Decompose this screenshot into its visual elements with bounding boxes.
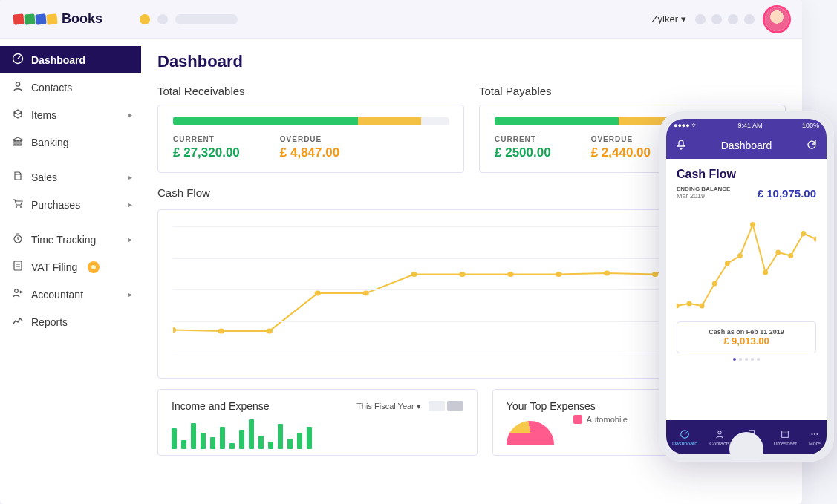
page-indicator bbox=[677, 358, 816, 361]
sidebar-item-accountant[interactable]: Accountant ▸ bbox=[0, 281, 141, 308]
top-expenses-title: Your Top Expenses bbox=[507, 400, 596, 412]
contacts-icon bbox=[12, 80, 24, 94]
sidebar-item-label: Dashboard bbox=[31, 54, 85, 66]
dashboard-icon bbox=[12, 53, 24, 67]
sidebar-item-dashboard[interactable]: Dashboard bbox=[0, 46, 141, 73]
svg-point-25 bbox=[750, 222, 755, 227]
svg-point-12 bbox=[411, 272, 417, 277]
sidebar-item-label: Banking bbox=[31, 137, 69, 148]
svg-point-35 bbox=[811, 433, 812, 434]
svg-point-36 bbox=[814, 433, 815, 434]
svg-point-14 bbox=[507, 272, 513, 277]
phone-tab-more[interactable]: More bbox=[809, 429, 821, 446]
ending-balance-date: Mar 2019 bbox=[677, 192, 730, 200]
current-label: CURRENT bbox=[495, 135, 551, 143]
current-label: CURRENT bbox=[173, 135, 240, 143]
sidebar-item-time-tracking[interactable]: Time Tracking ▸ bbox=[0, 226, 141, 253]
overdue-label: OVERDUE bbox=[591, 135, 651, 143]
sidebar-item-label: VAT Filing bbox=[31, 261, 77, 273]
legend-swatch bbox=[573, 415, 582, 424]
sidebar-item-label: Accountant bbox=[31, 289, 83, 301]
svg-point-1 bbox=[16, 82, 19, 86]
svg-point-22 bbox=[712, 281, 717, 287]
history-dot[interactable] bbox=[157, 14, 168, 24]
phone-battery: 100% bbox=[802, 122, 819, 129]
search-placeholder[interactable] bbox=[175, 14, 238, 24]
svg-point-7 bbox=[173, 327, 176, 333]
svg-point-32 bbox=[718, 431, 721, 433]
payables-title: Total Payables bbox=[479, 85, 786, 97]
sidebar-item-banking[interactable]: Banking bbox=[0, 128, 141, 156]
receivables-card[interactable]: CURRENT £ 27,320.00 OVERDUE £ 4,847.00 bbox=[157, 105, 464, 173]
svg-point-6 bbox=[15, 289, 19, 293]
app-logo: Books bbox=[13, 11, 140, 27]
chevron-right-icon: ▸ bbox=[128, 173, 132, 181]
phone-status-bar: ●●●● ᯤ 9:41 AM 100% bbox=[666, 119, 827, 132]
svg-point-23 bbox=[725, 261, 730, 266]
top-bar: Books Zylker ▾ bbox=[0, 0, 802, 39]
receivables-current: £ 27,320.00 bbox=[173, 145, 240, 160]
svg-rect-34 bbox=[781, 431, 788, 437]
sidebar-item-contacts[interactable]: Contacts bbox=[0, 73, 141, 101]
view-toggle[interactable] bbox=[429, 401, 463, 411]
sidebar-item-sales[interactable]: Sales ▸ bbox=[0, 163, 141, 191]
header-action[interactable] bbox=[744, 14, 755, 24]
bell-icon[interactable] bbox=[675, 139, 687, 153]
phone-cashflow-chart bbox=[677, 206, 816, 317]
svg-point-20 bbox=[687, 301, 692, 307]
chevron-right-icon: ▸ bbox=[128, 111, 132, 119]
income-expense-card[interactable]: Income and Expense This Fiscal Year ▾ bbox=[157, 389, 478, 456]
chevron-down-icon: ▾ bbox=[681, 13, 686, 24]
sidebar-item-items[interactable]: Items ▸ bbox=[0, 101, 141, 128]
sidebar-item-label: Reports bbox=[31, 316, 68, 328]
chevron-right-icon: ▸ bbox=[128, 290, 132, 298]
cashflow-chart bbox=[173, 226, 703, 353]
chip-amount: £ 9,013.00 bbox=[683, 336, 810, 347]
header-action[interactable] bbox=[711, 14, 722, 24]
chevron-right-icon: ▸ bbox=[128, 235, 132, 243]
phone-cash-chip: Cash as on Feb 11 2019 £ 9,013.00 bbox=[677, 321, 816, 353]
header-action[interactable] bbox=[728, 14, 738, 24]
user-avatar[interactable] bbox=[765, 7, 789, 31]
chip-date: Cash as on Feb 11 2019 bbox=[683, 328, 810, 336]
phone-tab-timesheet[interactable]: Timesheet bbox=[773, 429, 797, 446]
phone-tab-contacts[interactable]: Contacts bbox=[709, 429, 730, 446]
page-title: Dashboard bbox=[157, 52, 786, 71]
period-selector[interactable]: This Fiscal Year ▾ bbox=[356, 402, 421, 411]
svg-point-16 bbox=[604, 270, 610, 275]
overdue-label: OVERDUE bbox=[280, 135, 339, 143]
svg-point-11 bbox=[362, 291, 368, 296]
top-placeholder bbox=[140, 14, 652, 24]
sidebar-item-label: Contacts bbox=[31, 82, 72, 94]
items-icon bbox=[12, 108, 24, 122]
ending-balance-amount: £ 10,975.00 bbox=[758, 187, 816, 200]
svg-point-27 bbox=[775, 250, 781, 255]
vat-icon bbox=[12, 260, 24, 274]
phone-tab-dashboard[interactable]: Dashboard bbox=[672, 429, 697, 446]
header-action[interactable] bbox=[695, 14, 706, 24]
svg-point-21 bbox=[700, 304, 705, 309]
receivables-title: Total Receivables bbox=[157, 85, 464, 97]
org-name: Zylker bbox=[652, 13, 678, 24]
svg-point-19 bbox=[677, 304, 679, 309]
ending-balance-label: ENDING BALANCE bbox=[677, 186, 730, 192]
sidebar-item-label: Time Tracking bbox=[31, 234, 96, 246]
sidebar-item-vat-filing[interactable]: VAT Filing bbox=[0, 253, 141, 281]
svg-point-30 bbox=[814, 237, 816, 242]
phone-nav-bar: Dashboard bbox=[666, 132, 827, 159]
phone-nav-title: Dashboard bbox=[721, 140, 772, 151]
refresh-icon[interactable] bbox=[806, 139, 818, 153]
sidebar-item-reports[interactable]: Reports bbox=[0, 308, 141, 336]
svg-point-13 bbox=[459, 272, 465, 277]
org-switcher[interactable]: Zylker ▾ bbox=[652, 13, 686, 24]
svg-point-3 bbox=[20, 206, 22, 208]
timer-icon bbox=[12, 232, 24, 246]
history-dot[interactable] bbox=[140, 14, 150, 24]
sidebar-item-purchases[interactable]: Purchases ▸ bbox=[0, 191, 141, 218]
svg-point-37 bbox=[816, 433, 818, 434]
purchases-icon bbox=[12, 197, 24, 212]
payables-overdue: £ 2,440.00 bbox=[591, 145, 651, 160]
reports-icon bbox=[12, 315, 24, 329]
phone-home-button[interactable] bbox=[729, 432, 763, 462]
mobile-preview: ●●●● ᯤ 9:41 AM 100% Dashboard Cash Flow … bbox=[659, 111, 834, 462]
